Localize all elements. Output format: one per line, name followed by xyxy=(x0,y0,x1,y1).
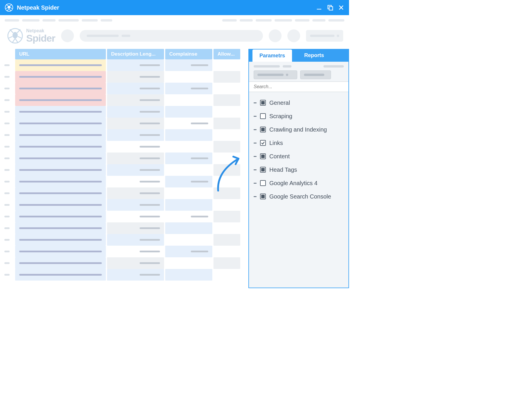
cell-allow xyxy=(213,141,240,153)
cell-complainse xyxy=(165,94,212,106)
th-url[interactable]: URL xyxy=(15,49,106,59)
cell-allow xyxy=(213,94,240,106)
cell-allow xyxy=(213,211,240,222)
expand-toggle-icon[interactable] xyxy=(254,196,257,197)
cell-description-length xyxy=(107,59,164,71)
cell-allow xyxy=(213,106,240,118)
cell-allow xyxy=(213,118,240,129)
param-label: Content xyxy=(269,153,290,160)
table-row[interactable] xyxy=(0,164,248,176)
param-item[interactable]: Content xyxy=(252,150,346,163)
minimize-button[interactable] xyxy=(316,4,322,11)
cell-complainse xyxy=(165,234,212,246)
table-row[interactable] xyxy=(0,94,248,106)
cell-index xyxy=(0,83,14,94)
table-row[interactable] xyxy=(0,106,248,118)
checkbox-icon[interactable] xyxy=(260,140,266,146)
param-item[interactable]: Scraping xyxy=(252,109,346,123)
checkbox-icon[interactable] xyxy=(260,167,266,173)
parameters-search-input[interactable] xyxy=(249,81,348,92)
cell-allow xyxy=(213,71,240,83)
cell-description-length xyxy=(107,257,164,269)
expand-toggle-icon[interactable] xyxy=(254,156,257,157)
expand-toggle-icon[interactable] xyxy=(254,129,257,130)
checkbox-icon[interactable] xyxy=(260,113,266,119)
results-table: URL Description Leng... Complainse Allow… xyxy=(0,49,248,288)
side-panel: Parametrs Reports GeneralScrapingCrawlin… xyxy=(248,49,349,288)
cell-url xyxy=(15,211,106,222)
close-button[interactable] xyxy=(338,4,344,11)
table-row[interactable] xyxy=(0,269,248,281)
cell-description-length xyxy=(107,199,164,211)
table-row[interactable] xyxy=(0,199,248,211)
panel-button-placeholder[interactable] xyxy=(300,70,331,79)
table-row[interactable] xyxy=(0,257,248,269)
expand-toggle-icon[interactable] xyxy=(254,116,257,117)
checkbox-icon[interactable] xyxy=(260,194,266,199)
table-row[interactable] xyxy=(0,59,248,71)
cell-complainse xyxy=(165,269,212,281)
param-item[interactable]: Google Search Console xyxy=(252,190,346,203)
cell-allow xyxy=(213,234,240,246)
table-row[interactable] xyxy=(0,141,248,153)
checkbox-icon[interactable] xyxy=(260,100,266,106)
cell-index xyxy=(0,71,14,83)
maximize-button[interactable] xyxy=(327,4,333,11)
checkbox-icon[interactable] xyxy=(260,127,266,132)
cell-index xyxy=(0,106,14,118)
cell-description-length xyxy=(107,129,164,141)
cell-allow xyxy=(213,222,240,234)
cell-index xyxy=(0,269,14,281)
table-row[interactable] xyxy=(0,118,248,129)
toolbar-button-placeholder[interactable] xyxy=(306,30,343,42)
expand-toggle-icon[interactable] xyxy=(254,183,257,184)
tab-parametrs[interactable]: Parametrs xyxy=(252,49,292,62)
cell-description-length xyxy=(107,106,164,118)
th-description-length[interactable]: Description Leng... xyxy=(107,49,164,59)
table-row[interactable] xyxy=(0,222,248,234)
param-item[interactable]: Google Analytics 4 xyxy=(252,176,346,190)
checkbox-icon[interactable] xyxy=(260,180,266,186)
param-label: General xyxy=(269,100,290,106)
table-row[interactable] xyxy=(0,176,248,187)
cell-url xyxy=(15,94,106,106)
cell-url xyxy=(15,59,106,71)
table-row[interactable] xyxy=(0,153,248,164)
param-label: Google Analytics 4 xyxy=(269,180,318,187)
param-item[interactable]: Crawling and Indexing xyxy=(252,123,346,136)
cell-complainse xyxy=(165,176,212,187)
cell-complainse xyxy=(165,222,212,234)
cell-description-length xyxy=(107,153,164,164)
cell-allow xyxy=(213,164,240,176)
cell-index xyxy=(0,141,14,153)
table-row[interactable] xyxy=(0,83,248,94)
table-row[interactable] xyxy=(0,211,248,222)
table-row[interactable] xyxy=(0,246,248,257)
cell-complainse xyxy=(165,199,212,211)
th-complainse[interactable]: Complainse xyxy=(165,49,212,59)
url-input-placeholder[interactable] xyxy=(80,30,263,42)
cell-url xyxy=(15,83,106,94)
table-row[interactable] xyxy=(0,234,248,246)
param-item[interactable]: General xyxy=(252,96,346,109)
th-allow[interactable]: Allow... xyxy=(213,49,240,59)
table-row[interactable] xyxy=(0,187,248,199)
cell-index xyxy=(0,164,14,176)
table-row[interactable] xyxy=(0,71,248,83)
expand-toggle-icon[interactable] xyxy=(254,143,257,143)
cell-description-length xyxy=(107,94,164,106)
table-row[interactable] xyxy=(0,129,248,141)
param-item[interactable]: Links xyxy=(252,136,346,150)
panel-dropdown-placeholder[interactable] xyxy=(254,70,297,79)
checkbox-icon[interactable] xyxy=(260,153,266,159)
expand-toggle-icon[interactable] xyxy=(254,169,257,170)
tab-reports[interactable]: Reports xyxy=(297,49,331,62)
param-item[interactable]: Head Tags xyxy=(252,163,346,176)
side-tabs: Parametrs Reports xyxy=(249,49,348,62)
cell-complainse xyxy=(165,71,212,83)
cell-complainse xyxy=(165,164,212,176)
toolbar-circle-placeholder-3 xyxy=(287,29,300,42)
cell-index xyxy=(0,211,14,222)
cell-allow xyxy=(213,246,240,257)
expand-toggle-icon[interactable] xyxy=(254,102,257,103)
